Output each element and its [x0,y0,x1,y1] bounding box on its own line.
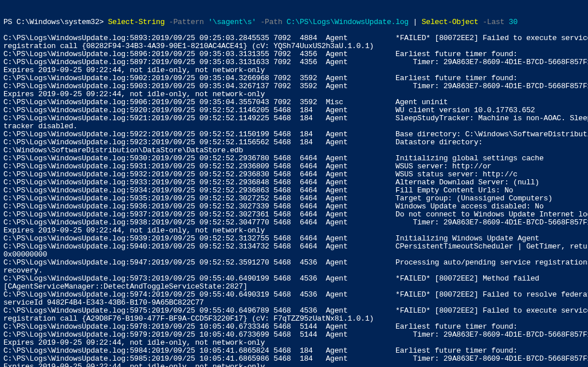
last-value: 30 [504,18,518,26]
terminal-output[interactable]: PS C:\Windows\system32> Select-String -P… [3,18,585,367]
pattern-value: '\sagent\s' [204,18,256,26]
log-output-block: C:\PS\Logs\WindowsUpdate.log:5893:2019/0… [3,26,585,367]
param-last: -Last [479,18,505,26]
param-path: -Path [256,18,283,26]
cmdlet-select-object: Select-Object [417,18,478,26]
cmdlet-select-string: Select-String [108,18,164,26]
path-value: C:\PS\Logs\WindowsUpdate.log [283,18,413,26]
param-pattern: -Pattern [164,18,203,26]
prompt-line: PS C:\Windows\system32> Select-String -P… [3,18,518,26]
ps-prefix: PS C:\Windows\system32> [3,18,108,26]
